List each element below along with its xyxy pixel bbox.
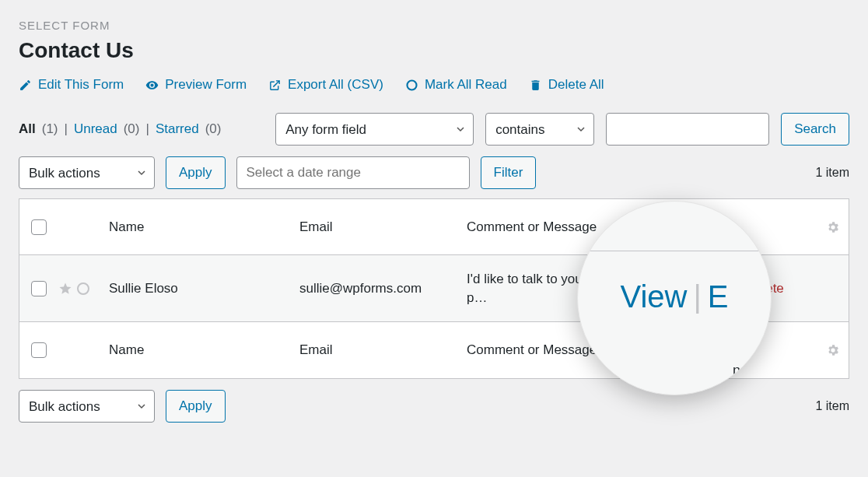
row-checkbox[interactable] — [31, 281, 47, 296]
magnified-actions: View|E — [578, 279, 771, 314]
separator: | — [145, 121, 149, 137]
page-title: Contact Us — [19, 38, 849, 63]
filter-toolbar: All (1) | Unread (0) | Starred (0) Any f… — [19, 113, 849, 146]
pencil-icon — [19, 79, 32, 92]
apply-button-top[interactable]: Apply — [166, 156, 226, 189]
select-all-checkbox-footer[interactable] — [31, 342, 47, 358]
star-icon[interactable] — [58, 282, 72, 296]
select-form-label[interactable]: SELECT FORM — [19, 19, 849, 32]
eye-icon — [145, 79, 159, 92]
read-status-icon[interactable] — [77, 282, 89, 295]
preview-form-link[interactable]: Preview Form — [145, 77, 247, 93]
operator-select[interactable]: contains — [485, 113, 594, 146]
status-all-count: (1) — [42, 121, 58, 137]
export-all-link[interactable]: Export All (CSV) — [268, 77, 383, 93]
select-all-checkbox[interactable] — [31, 219, 47, 235]
filter-button[interactable]: Filter — [481, 156, 537, 189]
status-filters: All (1) | Unread (0) | Starred (0) — [19, 121, 221, 137]
magnified-edit: E — [708, 279, 729, 314]
trash-icon — [529, 79, 542, 92]
status-all[interactable]: All — [19, 121, 36, 137]
delete-all-link[interactable]: Delete All — [529, 77, 604, 93]
status-starred[interactable]: Starred — [156, 121, 199, 137]
magnified-view: View — [620, 279, 687, 314]
separator: | — [65, 121, 68, 137]
bulk-toolbar-top: Bulk actions Apply Filter 1 item — [19, 156, 849, 189]
column-name-footer[interactable]: Name — [109, 342, 299, 358]
bulk-toolbar-bottom: Bulk actions Apply 1 item — [19, 390, 849, 423]
preview-form-label: Preview Form — [165, 77, 247, 93]
items-count-top: 1 item — [815, 166, 849, 180]
column-name[interactable]: Name — [109, 219, 299, 235]
search-button[interactable]: Search — [781, 113, 849, 146]
gear-icon[interactable] — [826, 343, 840, 357]
edit-this-form-label: Edit This Form — [38, 77, 124, 93]
mark-all-read-label: Mark All Read — [425, 77, 507, 93]
mark-all-read-link[interactable]: Mark All Read — [405, 77, 507, 93]
status-unread[interactable]: Unread — [74, 121, 117, 137]
search-input[interactable] — [606, 113, 769, 146]
bulk-actions-select-bottom[interactable]: Bulk actions — [19, 390, 155, 423]
export-all-label: Export All (CSV) — [288, 77, 383, 93]
magnifier-overlay: View|E ns — [577, 201, 772, 395]
entry-name: Sullie Eloso — [109, 281, 299, 296]
gear-icon[interactable] — [826, 220, 840, 234]
action-links-bar: Edit This Form Preview Form Export All (… — [19, 77, 849, 93]
export-icon — [268, 79, 282, 92]
items-count-bottom: 1 item — [815, 399, 849, 413]
entry-email: sullie@wpforms.com — [299, 281, 467, 296]
column-email-footer[interactable]: Email — [299, 342, 467, 358]
edit-this-form-link[interactable]: Edit This Form — [19, 77, 124, 93]
apply-button-bottom[interactable]: Apply — [166, 390, 226, 423]
status-unread-count: (0) — [124, 121, 140, 137]
form-field-select[interactable]: Any form field — [275, 113, 474, 146]
delete-all-label: Delete All — [548, 77, 604, 93]
status-starred-count: (0) — [205, 121, 222, 137]
date-range-input[interactable] — [236, 156, 470, 189]
bulk-actions-select[interactable]: Bulk actions — [19, 156, 155, 189]
circle-icon — [405, 79, 418, 92]
column-email[interactable]: Email — [299, 219, 467, 235]
